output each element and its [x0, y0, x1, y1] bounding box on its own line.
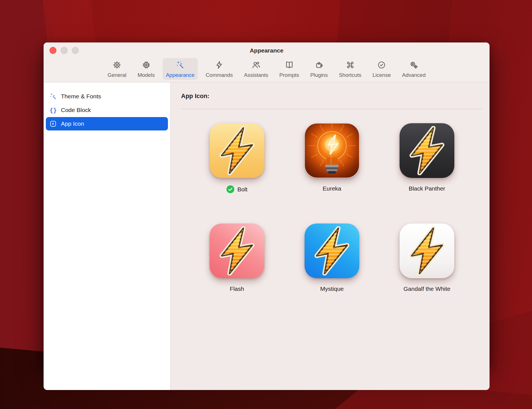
app-icon-option-eureka[interactable]: Eureka [305, 123, 359, 193]
lightning-bolt-icon [402, 126, 452, 175]
tab-label: Prompts [279, 72, 299, 78]
app-icon-caption: Black Panther [409, 185, 445, 192]
app-icon-caption: Mystique [320, 286, 344, 292]
eureka-app-icon[interactable] [305, 123, 359, 178]
sidebar-item-theme-fonts[interactable]: Theme & Fonts [46, 90, 168, 103]
app-icon-option-gandalf[interactable]: Gandalf the White [400, 223, 454, 292]
tab-prompts[interactable]: Prompts [276, 58, 303, 80]
tab-assistants[interactable]: Assistants [241, 58, 272, 80]
tab-license[interactable]: License [369, 58, 394, 80]
bolt-square-icon [49, 120, 57, 127]
app-icon-option-black-panther[interactable]: Black Panther [400, 123, 454, 193]
app-icon-caption: Flash [230, 286, 244, 292]
tab-plugins[interactable]: Plugins [307, 58, 331, 80]
lightning-bolt-icon [212, 226, 262, 275]
sidebar-item-code-block[interactable]: {} Code Block [46, 103, 168, 117]
seal-check-icon [377, 61, 386, 71]
app-icon-option-flash[interactable]: Flash [210, 223, 264, 292]
tab-advanced[interactable]: Advanced [399, 58, 429, 80]
tab-label: Models [137, 72, 155, 78]
app-icon-label: Flash [230, 286, 244, 292]
gandalf-app-icon[interactable] [400, 223, 454, 278]
app-icon-grid: Bolt [210, 123, 490, 292]
sidebar-item-app-icon[interactable]: App Icon [46, 117, 168, 130]
settings-window: Appearance General Models Appearance C [44, 42, 490, 366]
tab-appearance[interactable]: Appearance [163, 58, 198, 80]
puzzle-icon [315, 61, 323, 71]
braces-icon: {} [49, 107, 57, 114]
app-icon-option-bolt[interactable]: Bolt [210, 123, 264, 193]
window-controls [49, 42, 79, 58]
tab-label: Commands [206, 72, 233, 78]
sidebar-item-label: Theme & Fonts [61, 93, 101, 100]
tab-label: License [372, 72, 391, 78]
desktop-wallpaper: Appearance General Models Appearance C [0, 0, 532, 409]
people-icon [252, 61, 260, 71]
sidebar-item-label: Code Block [61, 107, 91, 113]
gear-icon [113, 61, 121, 71]
app-icon-option-mystique[interactable]: Mystique [305, 223, 359, 292]
sidebar: Theme & Fonts {} Code Block App Icon [44, 82, 170, 390]
bolt-app-icon[interactable] [210, 123, 264, 178]
bolt-icon [215, 61, 224, 71]
tab-general[interactable]: General [104, 58, 130, 80]
window-title: Appearance [44, 42, 490, 59]
gears-icon [409, 61, 418, 71]
section-divider [181, 109, 482, 109]
lightbulb-icon [305, 123, 359, 178]
chip-icon [142, 61, 151, 71]
flash-app-icon[interactable] [210, 223, 264, 278]
tab-models[interactable]: Models [134, 58, 158, 80]
book-icon [285, 61, 294, 71]
close-button[interactable] [49, 47, 56, 54]
lightning-bolt-icon [307, 226, 357, 275]
tab-label: Appearance [166, 72, 194, 78]
black-panther-app-icon[interactable] [400, 123, 454, 178]
mystique-app-icon[interactable] [305, 223, 359, 278]
minimize-button[interactable] [61, 47, 68, 54]
window-header: Appearance General Models Appearance C [44, 42, 490, 82]
app-icon-caption: Bolt [226, 185, 247, 193]
tab-label: Advanced [402, 72, 426, 78]
toolbar: General Models Appearance Commands Assis… [44, 58, 490, 82]
tab-label: Assistants [244, 72, 268, 78]
app-icon-label: Eureka [323, 185, 341, 192]
command-icon [346, 61, 355, 71]
lightning-bolt-icon [402, 226, 452, 275]
app-icon-label: Bolt [237, 186, 247, 193]
sidebar-item-label: App Icon [61, 120, 84, 127]
tab-commands[interactable]: Commands [202, 58, 236, 80]
zoom-button[interactable] [72, 47, 79, 54]
app-icon-label: Black Panther [409, 185, 445, 192]
tab-label: General [108, 72, 127, 78]
lightning-bolt-icon [212, 126, 262, 175]
section-heading: App Icon: [181, 92, 490, 100]
app-icon-label: Gandalf the White [403, 286, 450, 292]
tab-shortcuts[interactable]: Shortcuts [336, 58, 365, 80]
appearance-panel: App Icon: Bolt [170, 82, 490, 390]
app-icon-label: Mystique [320, 286, 344, 292]
tab-label: Shortcuts [339, 72, 361, 78]
app-icon-caption: Gandalf the White [403, 286, 450, 292]
window-titlebar: Appearance [44, 42, 490, 58]
wand-sparkles-icon [176, 61, 184, 71]
tab-label: Plugins [310, 72, 328, 78]
selected-check-icon [226, 185, 234, 193]
wand-sparkles-icon [49, 93, 57, 100]
app-icon-caption: Eureka [323, 185, 341, 192]
